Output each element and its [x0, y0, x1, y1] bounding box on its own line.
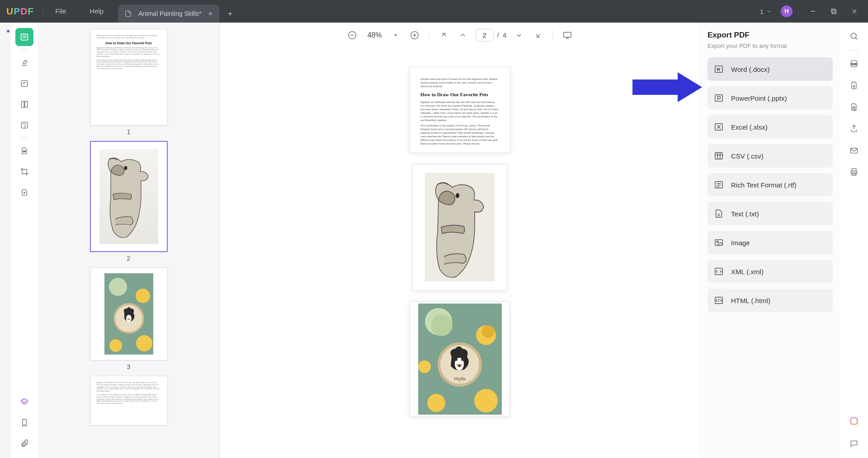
- export-word-button[interactable]: Word (.docx): [708, 57, 833, 81]
- svg-point-64: [717, 241, 718, 243]
- svg-point-18: [136, 335, 152, 351]
- export-xml-button[interactable]: XML (.xml): [708, 260, 833, 283]
- last-page-button[interactable]: [532, 29, 544, 42]
- prev-page-button[interactable]: [457, 29, 469, 42]
- thumbnail-1[interactable]: Animals have been part of human art from…: [90, 29, 168, 136]
- share-button[interactable]: [845, 120, 863, 138]
- separator: [849, 50, 859, 50]
- embroidery-icon: [104, 273, 153, 355]
- accent-dot-icon: [7, 30, 9, 33]
- svg-rect-9: [21, 101, 24, 107]
- layers-button[interactable]: [15, 393, 33, 411]
- svg-rect-77: [851, 418, 858, 425]
- svg-point-16: [109, 278, 127, 296]
- search-button[interactable]: [845, 27, 863, 45]
- menu-help[interactable]: Help: [78, 0, 115, 23]
- page-number-input[interactable]: 2: [476, 29, 494, 42]
- export-item-label: CSV (.csv): [731, 152, 764, 160]
- zoom-dropdown-button[interactable]: [389, 29, 402, 42]
- document-tab[interactable]: Animal Painting Skills* ✕: [118, 5, 219, 23]
- form-tool-button[interactable]: [15, 116, 33, 134]
- export-item-label: XML (.xml): [731, 268, 764, 276]
- ai-assistant-button[interactable]: [845, 412, 863, 430]
- comment-button[interactable]: [845, 435, 863, 453]
- convert-button[interactable]: [845, 76, 863, 94]
- zoom-in-button[interactable]: [408, 29, 421, 42]
- thumb-title: How to Draw Our Favorite Pets: [97, 42, 161, 45]
- bookmark-button[interactable]: [15, 414, 33, 432]
- menu-file[interactable]: File: [43, 0, 78, 23]
- compress-tool-button[interactable]: [15, 183, 33, 201]
- chevron-down-icon: [766, 9, 772, 14]
- highlighter-tool-button[interactable]: [15, 54, 33, 72]
- zoom-out-button[interactable]: [346, 29, 359, 42]
- export-image-button[interactable]: Image: [708, 231, 833, 254]
- reader-view-button[interactable]: [15, 28, 33, 46]
- export-item-label: Word (.docx): [731, 65, 770, 73]
- main-content: Animals have been part of human art from…: [11, 23, 868, 458]
- separator: [20, 138, 29, 138]
- svg-rect-2: [833, 10, 836, 14]
- document-viewport: 48% 2 / 4: [220, 23, 700, 458]
- thumb-text: This combination is the subject of this …: [97, 59, 161, 70]
- export-rtf-button[interactable]: Rich Text Format (.rtf): [708, 173, 833, 196]
- embroidery-image: [104, 273, 153, 355]
- svg-point-37: [431, 314, 453, 336]
- svg-point-34: [456, 193, 459, 198]
- svg-point-67: [851, 33, 856, 38]
- window-minimize-button[interactable]: [804, 2, 822, 20]
- window-maximize-button[interactable]: [825, 2, 843, 20]
- svg-rect-1: [831, 9, 835, 13]
- user-avatar[interactable]: H: [781, 5, 793, 17]
- page-title: How to Draw Our Favorite Pets: [420, 92, 499, 98]
- svg-text:OCR: OCR: [851, 63, 857, 65]
- upgrade-counter[interactable]: 1: [760, 8, 778, 15]
- protect-button[interactable]: [845, 98, 863, 116]
- thumbnail-4[interactable]: Egyptian art celebrates animals like cat…: [90, 376, 168, 428]
- print-button[interactable]: [845, 163, 863, 181]
- edit-text-button[interactable]: [15, 75, 33, 93]
- word-icon: [714, 64, 724, 74]
- export-powerpoint-button[interactable]: PowerPoint (.pptx): [708, 86, 833, 110]
- page-organize-button[interactable]: [15, 95, 33, 113]
- export-excel-button[interactable]: Excel (.xlsx): [708, 115, 833, 139]
- add-tab-button[interactable]: ＋: [222, 5, 238, 23]
- page-text: Animals have been part of human art from…: [420, 77, 499, 88]
- document-scroll[interactable]: Animals have been part of human art from…: [220, 50, 700, 458]
- attachment-button[interactable]: [15, 435, 33, 453]
- window-close-button[interactable]: [845, 2, 863, 20]
- powerpoint-icon: [714, 93, 724, 103]
- export-item-label: Image: [731, 239, 750, 247]
- svg-point-17: [136, 289, 150, 303]
- export-txt-button[interactable]: Text (.txt): [708, 202, 833, 225]
- svg-rect-11: [21, 122, 27, 128]
- svg-point-39: [482, 325, 495, 338]
- first-page-button[interactable]: [438, 29, 450, 42]
- svg-rect-32: [564, 32, 571, 37]
- export-item-label: Rich Text Format (.rtf): [731, 181, 797, 189]
- page-2: [412, 164, 507, 290]
- svg-point-14: [124, 166, 127, 170]
- right-toolbar: OCR: [840, 23, 868, 458]
- thumbnail-3[interactable]: 3: [90, 267, 168, 370]
- thumbnail-2[interactable]: 2: [90, 141, 168, 262]
- ocr-button[interactable]: OCR: [845, 55, 863, 73]
- redact-tool-button[interactable]: [15, 142, 33, 160]
- separator: [552, 30, 553, 41]
- crop-tool-button[interactable]: [15, 163, 33, 181]
- close-tab-icon[interactable]: ✕: [208, 10, 213, 17]
- app-logo: UPDF: [0, 6, 43, 17]
- email-button[interactable]: [845, 141, 863, 159]
- export-csv-button[interactable]: CSV (.csv): [708, 144, 833, 168]
- image-icon: [714, 238, 724, 248]
- svg-point-41: [427, 394, 445, 412]
- rainbow-square-icon: [849, 416, 859, 426]
- xml-icon: [714, 266, 724, 276]
- document-icon: [124, 10, 132, 18]
- dog-sketch-icon: [99, 149, 158, 244]
- presentation-mode-button[interactable]: [561, 29, 574, 42]
- next-page-button[interactable]: [513, 29, 525, 42]
- svg-point-40: [474, 389, 498, 412]
- svg-line-68: [856, 38, 858, 40]
- export-html-button[interactable]: HTML (.html): [708, 289, 833, 312]
